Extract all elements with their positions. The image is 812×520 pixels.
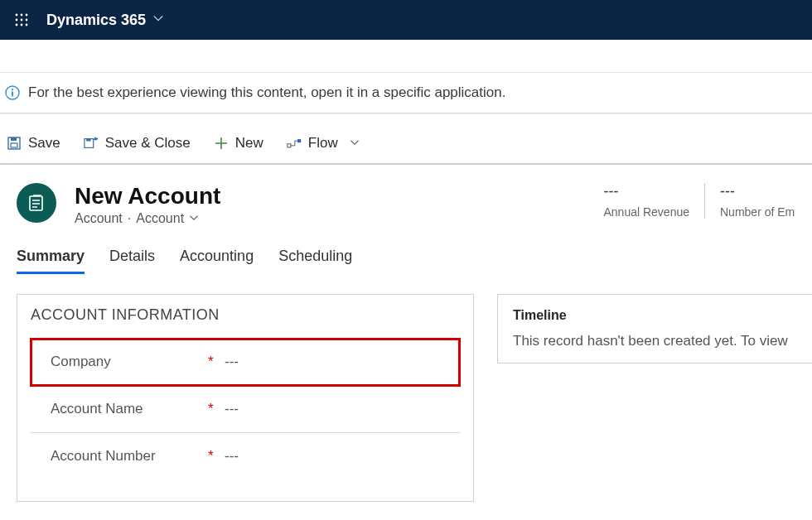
section-account-information: ACCOUNT INFORMATION Company * --- Accoun… [17, 294, 474, 502]
header-field-value: --- [720, 183, 797, 200]
chevron-down-icon [350, 135, 360, 152]
notification-text: For the best experience viewing this con… [28, 84, 505, 101]
svg-point-5 [26, 19, 28, 22]
save-close-button[interactable]: Save & Close [84, 135, 191, 152]
top-nav: Dynamics 365 [0, 0, 812, 40]
timeline-title: Timeline [513, 308, 797, 323]
header-field-label: Number of Em [720, 205, 797, 219]
svg-point-7 [21, 24, 23, 26]
field-label: Account Name [51, 401, 208, 417]
timeline-card: Timeline This record hasn't been created… [497, 294, 812, 364]
page-title: New Account [75, 183, 220, 209]
header-fields: --- Annual Revenue --- Number of Em [588, 183, 812, 219]
flow-button[interactable]: Flow [287, 135, 360, 152]
svg-point-2 [26, 14, 28, 17]
header-field-label: Annual Revenue [603, 205, 689, 219]
save-label: Save [28, 135, 60, 152]
notification-bar: For the best experience viewing this con… [0, 73, 812, 113]
blank-strip [0, 40, 812, 73]
header-field-value: --- [603, 183, 689, 200]
header-field-annual-revenue[interactable]: --- Annual Revenue [588, 183, 704, 219]
field-label: Company [51, 354, 208, 370]
chevron-down-icon[interactable] [189, 211, 199, 226]
svg-point-10 [12, 89, 13, 90]
section-title: ACCOUNT INFORMATION [31, 306, 460, 324]
form-name: Account [136, 211, 184, 226]
breadcrumb: Account · Account [75, 211, 220, 226]
required-indicator: * [208, 401, 225, 417]
spacer [0, 113, 812, 128]
timeline-message: This record hasn't been created yet. To … [513, 333, 797, 349]
svg-rect-18 [297, 139, 301, 142]
page-header: New Account Account · Account --- Annual… [0, 165, 812, 239]
tab-details[interactable]: Details [109, 248, 155, 274]
separator-dot: · [128, 211, 131, 226]
svg-rect-13 [11, 137, 17, 141]
svg-point-0 [16, 14, 18, 17]
form-body: ACCOUNT INFORMATION Company * --- Accoun… [0, 274, 812, 502]
tab-summary[interactable]: Summary [17, 248, 85, 274]
save-icon [7, 136, 22, 151]
save-close-icon [84, 136, 99, 151]
field-value: --- [225, 401, 239, 417]
form-tabs: Summary Details Accounting Scheduling [0, 239, 812, 274]
field-account-number[interactable]: Account Number * --- [31, 433, 460, 479]
required-indicator: * [208, 448, 225, 465]
flow-label: Flow [308, 135, 338, 152]
svg-rect-17 [288, 144, 291, 147]
svg-point-6 [16, 24, 18, 26]
svg-point-4 [21, 19, 23, 22]
brand-title: Dynamics 365 [46, 12, 146, 29]
new-label: New [235, 135, 263, 152]
command-bar: Save Save & Close New Flow [0, 128, 812, 165]
record-heading: New Account Account · Account [75, 183, 220, 226]
plus-icon [214, 136, 229, 151]
svg-point-1 [21, 14, 23, 17]
chevron-down-icon[interactable] [152, 12, 164, 27]
svg-point-8 [26, 24, 28, 26]
tab-scheduling[interactable]: Scheduling [278, 248, 352, 274]
required-indicator: * [208, 354, 225, 370]
info-icon [5, 85, 20, 100]
new-button[interactable]: New [214, 135, 263, 152]
svg-rect-11 [12, 91, 13, 96]
entity-name: Account [75, 211, 123, 226]
save-close-label: Save & Close [105, 135, 191, 152]
svg-rect-14 [11, 143, 17, 147]
record-icon [17, 183, 56, 223]
field-value: --- [225, 354, 239, 370]
field-company[interactable]: Company * --- [31, 339, 460, 386]
save-button[interactable]: Save [7, 135, 60, 152]
field-value: --- [225, 448, 239, 465]
svg-rect-16 [86, 139, 90, 142]
field-label: Account Number [51, 448, 208, 465]
right-column: Timeline This record hasn't been created… [497, 294, 812, 502]
field-account-name[interactable]: Account Name * --- [31, 386, 460, 433]
app-launcher-icon[interactable] [10, 8, 33, 31]
svg-point-3 [16, 19, 18, 22]
flow-icon [287, 136, 302, 151]
tab-accounting[interactable]: Accounting [180, 248, 254, 274]
header-field-number-of-employees[interactable]: --- Number of Em [704, 183, 812, 219]
